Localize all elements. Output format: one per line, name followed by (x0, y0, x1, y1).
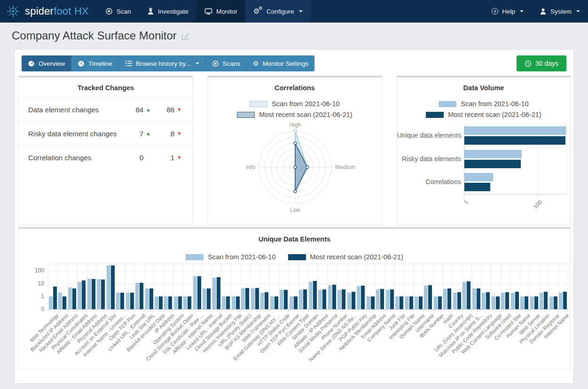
content-panel: Overview Timeline Browse history by... (14, 49, 574, 384)
tab-browse-history[interactable]: Browse history by... (118, 55, 205, 71)
bar (332, 285, 336, 309)
nav-system[interactable]: System (532, 0, 588, 23)
bar (540, 293, 543, 309)
tab-overview[interactable]: Overview (22, 55, 71, 71)
monitor-icon (204, 8, 212, 15)
bar (464, 126, 566, 135)
bar (342, 289, 345, 309)
up-count: 84 (135, 106, 143, 114)
bar (101, 280, 105, 309)
svg-text:Low: Low (290, 207, 300, 213)
data-volume-title: Data Volume (397, 84, 570, 92)
list-icon (125, 60, 132, 67)
legend-scan-from[interactable]: Scan from 2021-06-10 (439, 100, 528, 108)
bar (549, 296, 553, 309)
tracked-changes-title: Tracked Changes (19, 84, 193, 92)
caret-down-icon (299, 10, 303, 12)
nav-investigate-label: Investigate (158, 8, 188, 15)
spiderfoot-logo-icon (6, 4, 21, 19)
bar (274, 296, 278, 309)
tab-scans[interactable]: Scans (205, 55, 247, 71)
gears-icon: ⚙⚙ (253, 7, 263, 16)
bar (486, 292, 490, 309)
nav-scan[interactable]: Scan (97, 0, 139, 23)
bar (352, 292, 355, 309)
bar (87, 279, 91, 309)
y-tick-label: 10 (26, 280, 44, 287)
bar (464, 160, 521, 168)
caret-down-icon (576, 10, 580, 12)
bar (222, 296, 226, 309)
bar (212, 278, 216, 309)
nav-configure[interactable]: ⚙⚙ Configure (245, 0, 311, 23)
x-tick-label: 1 (452, 199, 470, 217)
legend-swatch (288, 254, 306, 260)
nav-monitor-label: Monitor (216, 8, 237, 15)
bar (457, 292, 461, 309)
bar (492, 296, 495, 309)
bar (155, 296, 158, 309)
bar (309, 282, 313, 309)
unique-data-elements-title: Unique Data Elements (19, 235, 570, 243)
nav-configure-label: Configure (267, 8, 294, 15)
bar (299, 290, 303, 309)
help-icon: ? (492, 8, 498, 15)
legend-most-recent[interactable]: Most recent scan (2021-06-21) (288, 253, 403, 261)
tab-monitor-settings-label: Monitor Settings (263, 60, 309, 67)
clock-icon (525, 60, 532, 67)
down-arrow-icon: ▼ (177, 131, 182, 136)
bar (563, 292, 567, 309)
bar (554, 296, 557, 309)
up-count: 7 (140, 130, 143, 138)
clock-icon (78, 60, 85, 67)
bar (193, 276, 197, 309)
bar (409, 296, 413, 309)
bar (380, 289, 384, 309)
bar (58, 293, 62, 309)
tab-bar: Overview Timeline Browse history by... (22, 55, 566, 71)
bar (217, 277, 220, 309)
bar (463, 282, 466, 309)
legend-scan-from[interactable]: Scan from 2021-06-10 (186, 253, 275, 261)
bar (438, 296, 442, 309)
y-tick-label: 100 (26, 267, 44, 274)
up-arrow-icon: ▲ (146, 107, 151, 112)
nav-investigate[interactable]: Investigate (139, 0, 196, 23)
bar (415, 296, 418, 309)
bar (464, 150, 522, 158)
tab-monitor-settings[interactable]: ⚙ Monitor Settings (246, 55, 314, 71)
bar (168, 296, 172, 309)
bar (107, 265, 110, 309)
bar (386, 290, 390, 309)
caret-down-icon (196, 62, 199, 64)
legend-most-recent[interactable]: Most recent scan (2021-06-21) (426, 111, 541, 118)
legend-label: Scan from 2021-06-10 (461, 100, 528, 108)
data-volume-panel: Data Volume Scan from 2021-06-10 Most re… (397, 76, 571, 225)
bar (270, 296, 274, 309)
bar (159, 296, 163, 309)
brand-logo[interactable]: spiderfoot HX (0, 0, 97, 23)
x-tick-label: 100 (525, 199, 543, 217)
tab-browse-history-label: Browse history by... (136, 60, 191, 67)
svg-text:High: High (290, 122, 301, 128)
bar (515, 292, 519, 309)
bar (290, 296, 293, 309)
bullseye-icon (105, 8, 113, 15)
period-button[interactable]: 30 days (517, 55, 566, 71)
up-arrow-icon: ▲ (146, 131, 151, 136)
legend-label: Most recent scan (2021-06-21) (310, 253, 403, 261)
bar (241, 288, 245, 309)
bar (400, 296, 403, 309)
bar (501, 293, 505, 309)
bar (367, 296, 370, 309)
bar (178, 296, 182, 309)
bar (534, 296, 538, 309)
bar (482, 293, 486, 309)
nav-monitor[interactable]: Monitor (196, 0, 245, 23)
bar (395, 296, 399, 309)
bar (464, 173, 493, 181)
edit-pencil-icon[interactable] (181, 32, 189, 40)
tab-timeline[interactable]: Timeline (71, 55, 118, 71)
category-label: Correlations (397, 178, 461, 186)
nav-help[interactable]: ? Help (484, 0, 532, 23)
